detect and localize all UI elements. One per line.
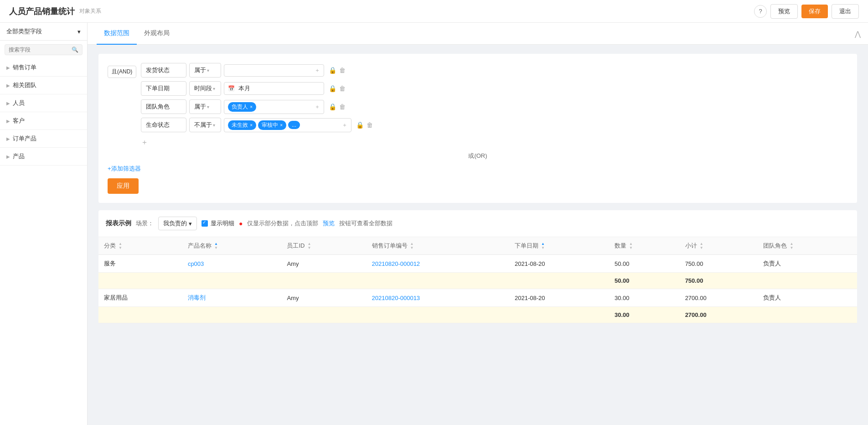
sidebar-item[interactable]: ▶订单产品 (0, 130, 87, 148)
filter-section: 且(AND) 发货状态 属于 ▾ ＋ (98, 54, 857, 203)
sort-down-icon[interactable]: ▼ (700, 246, 703, 250)
sort-up-icon[interactable]: ▲ (629, 242, 633, 246)
filter-value-3[interactable]: 负责人 × ＋ (224, 100, 324, 114)
arrow-icon: ▶ (6, 83, 10, 88)
link-cell[interactable]: 20210820-000013 (372, 295, 420, 301)
filter-op-3[interactable]: 属于 ▾ (189, 99, 221, 114)
link-cell[interactable]: 20210820-000012 (372, 260, 420, 267)
sidebar-item[interactable]: ▶相关团队 (0, 77, 87, 94)
th-order-no: 销售订单编号 ▲ ▼ (367, 237, 509, 255)
cell-3-1 (182, 307, 282, 323)
tag-close-icon[interactable]: × (250, 104, 253, 109)
link-cell[interactable]: cp003 (188, 260, 204, 267)
cell-3-7 (758, 307, 857, 323)
sort-up-icon[interactable]: ▲ (119, 242, 122, 246)
cell-0-4: 2021-08-20 (509, 255, 609, 273)
lock-icon[interactable]: 🔒 (329, 67, 336, 74)
scene-select[interactable]: 我负责的 ▾ (158, 217, 197, 230)
filter-value-4[interactable]: 未生效 × 审核中 × ... ＋ (224, 118, 351, 132)
apply-button[interactable]: 应用 (108, 178, 139, 194)
cell-2-7: 负责人 (758, 289, 857, 307)
sidebar-item-label: 人员 (13, 99, 25, 107)
filter-op-4[interactable]: 不属于 ▾ (189, 118, 221, 132)
th-subtotal: 小计 ▲ ▼ (680, 237, 758, 255)
search-input[interactable] (9, 47, 72, 53)
sort-down-icon[interactable]: ▼ (541, 246, 545, 250)
table-row: 家居用品消毒剂Amy20210820-0000132021-08-2030.00… (98, 289, 857, 307)
filter-field-2: 下单日期 (141, 81, 186, 96)
filter-value-1[interactable]: ＋ (224, 64, 324, 77)
lock-icon[interactable]: 🔒 (356, 121, 364, 129)
sidebar-item[interactable]: ▶客户 (0, 112, 87, 130)
cell-0-6: 750.00 (680, 255, 758, 273)
sort-down-icon[interactable]: ▼ (790, 246, 793, 250)
th-qty: 数量 ▲ ▼ (609, 237, 680, 255)
type-selector-label: 全部类型字段 (6, 27, 42, 36)
plus-icon[interactable]: ＋ (342, 121, 347, 129)
show-detail-wrap: 显示明细 (202, 219, 234, 228)
sidebar-item-label: 客户 (13, 117, 25, 125)
sort-down-icon[interactable]: ▼ (119, 246, 122, 250)
filter-op-2[interactable]: 时间段 ▾ (189, 81, 221, 96)
lock-icon[interactable]: 🔒 (329, 103, 336, 110)
delete-icon[interactable]: 🗑 (339, 67, 346, 74)
plus-icon[interactable]: ＋ (315, 103, 320, 111)
sort-up-icon[interactable]: ▲ (790, 242, 793, 246)
cell-2-1: 消毒剂 (182, 289, 282, 307)
th-order-date: 下单日期 ▲ ▼ (509, 237, 609, 255)
report-header: 报表示例 场景： 我负责的 ▾ 显示明细 ● 仅显示部分数据，点击顶部 预览 按… (98, 210, 857, 237)
chevron-down-icon: ▾ (189, 220, 192, 227)
filter-value-2[interactable]: 📅 本月 (224, 82, 324, 95)
sort-up-icon[interactable]: ▲ (214, 242, 218, 246)
sort-down-icon[interactable]: ▼ (629, 246, 633, 250)
tag-close-icon[interactable]: × (250, 123, 253, 128)
sort-icons: ▲ ▼ (119, 242, 122, 250)
sidebar-item-label: 相关团队 (13, 81, 36, 89)
sort-up-icon[interactable]: ▲ (541, 242, 545, 246)
add-filter-btn[interactable]: +添加筛选器 (108, 165, 848, 173)
sort-up-icon[interactable]: ▲ (700, 242, 703, 246)
sidebar-item[interactable]: ▶人员 (0, 94, 87, 112)
sidebar-item[interactable]: ▶销售订单 (0, 59, 87, 77)
report-table: 分类 ▲ ▼ 产品名称 (98, 237, 857, 323)
tab-data-range[interactable]: 数据范围 (97, 23, 137, 45)
tag-close-icon[interactable]: × (280, 123, 283, 128)
collapse-icon[interactable]: ⋀ (855, 29, 861, 38)
search-icon: 🔍 (72, 47, 78, 53)
cell-3-2 (281, 307, 366, 323)
delete-icon[interactable]: 🗑 (339, 85, 346, 92)
filter-row-3: 团队角色 属于 ▾ 负责人 × ＋ (141, 99, 848, 114)
sort-up-icon[interactable]: ▲ (307, 242, 311, 246)
sidebar-item-label: 产品 (13, 152, 25, 161)
cell-1-1 (182, 273, 282, 289)
preview-link[interactable]: 预览 (323, 219, 335, 228)
sort-up-icon[interactable]: ▲ (410, 242, 414, 246)
type-selector[interactable]: 全部类型字段 ▾ (0, 23, 87, 41)
cell-1-4 (509, 273, 609, 289)
cell-2-3: 20210820-000013 (367, 289, 509, 307)
and-label[interactable]: 且(AND) (108, 66, 136, 78)
tab-appearance[interactable]: 外观布局 (137, 23, 177, 45)
filter-op-1[interactable]: 属于 ▾ (189, 63, 221, 78)
sort-down-icon[interactable]: ▼ (410, 246, 414, 250)
save-button[interactable]: 保存 (801, 5, 828, 18)
sort-down-icon[interactable]: ▼ (214, 246, 218, 250)
lock-icon[interactable]: 🔒 (329, 85, 336, 92)
add-condition-icon[interactable]: ＋ (141, 138, 148, 146)
link-cell[interactable]: 消毒剂 (188, 294, 206, 301)
filter-actions-4: 🔒 🗑 (356, 121, 373, 129)
cell-1-7 (758, 273, 857, 289)
sort-down-icon[interactable]: ▼ (307, 246, 311, 250)
show-detail-checkbox[interactable] (202, 220, 208, 227)
sidebar-item[interactable]: ▶产品 (0, 148, 87, 166)
scene-value: 我负责的 (163, 219, 187, 228)
exit-button[interactable]: 退出 (832, 4, 859, 19)
cell-1-5: 50.00 (609, 273, 680, 289)
table-header: 分类 ▲ ▼ 产品名称 (98, 237, 857, 255)
delete-icon[interactable]: 🗑 (367, 121, 373, 129)
delete-icon[interactable]: 🗑 (339, 103, 346, 110)
preview-button[interactable]: 预览 (770, 4, 798, 19)
help-button[interactable]: ? (754, 5, 767, 18)
tag-more[interactable]: ... (288, 121, 300, 129)
warning-icon: ● (239, 220, 243, 227)
